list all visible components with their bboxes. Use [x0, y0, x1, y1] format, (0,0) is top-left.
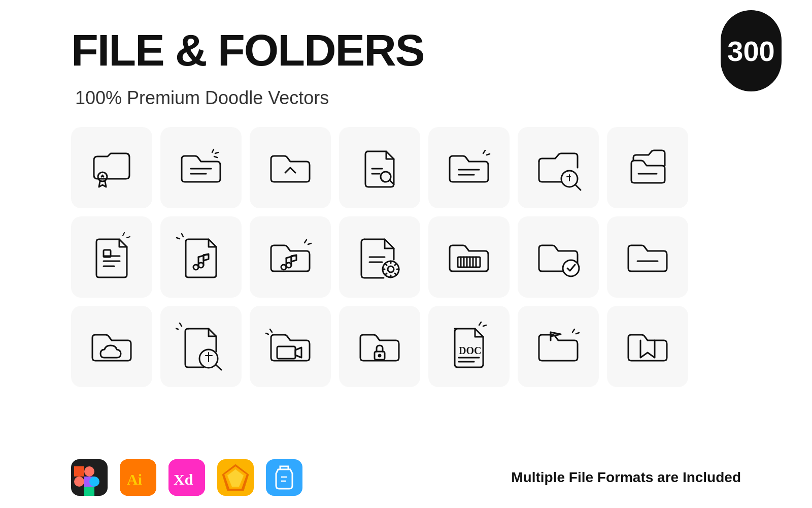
- icon-folder-video: [250, 306, 331, 387]
- icon-file-magnify: [160, 306, 242, 387]
- formats-text: Multiple File Formats are Included: [511, 469, 741, 486]
- icon-folder-cloud: [71, 306, 152, 387]
- icon-file-document: [71, 216, 152, 298]
- page-title: FILE & FOLDERS: [71, 24, 424, 76]
- icon-folder-minus: [607, 216, 688, 298]
- icon-folder-stacked: [607, 127, 688, 208]
- xd-icon: Xd: [168, 459, 205, 496]
- svg-point-4: [193, 265, 198, 270]
- svg-rect-18: [84, 466, 94, 477]
- figma-icon: [71, 459, 108, 496]
- svg-rect-22: [74, 477, 84, 487]
- blender-icon: [266, 459, 302, 496]
- count-badge: 300: [721, 10, 782, 91]
- svg-point-7: [286, 263, 291, 268]
- icon-file-doc: DOC: [428, 306, 510, 387]
- icon-folder-award: [71, 127, 152, 208]
- page-subtitle: 100% Premium Doodle Vectors: [75, 87, 329, 109]
- icon-folder-lock: [339, 306, 420, 387]
- svg-rect-21: [74, 466, 84, 477]
- svg-rect-13: [277, 346, 295, 359]
- bottom-bar: Ai Xd: [71, 457, 741, 498]
- badge-number: 300: [727, 35, 774, 68]
- svg-point-5: [198, 263, 204, 268]
- icon-file-music: [160, 216, 242, 298]
- svg-point-0: [98, 172, 107, 181]
- app-icons-list: Ai Xd: [71, 459, 302, 496]
- icon-folder-magnify: [518, 127, 599, 208]
- icon-file-settings: [339, 216, 420, 298]
- svg-text:Xd: Xd: [174, 471, 193, 488]
- icon-file-search: [339, 127, 420, 208]
- svg-point-6: [281, 265, 286, 270]
- icon-folder-lines-open: [428, 127, 510, 208]
- icon-folder-bookmark: [607, 306, 688, 387]
- illustrator-icon: Ai: [120, 459, 156, 496]
- icon-folder-music: [250, 216, 331, 298]
- svg-point-15: [379, 355, 381, 357]
- icon-folder-open: [250, 127, 331, 208]
- icon-folder-open-flag: [518, 306, 599, 387]
- icon-folder-check: [518, 216, 599, 298]
- icon-folder-film: [428, 216, 510, 298]
- svg-text:DOC: DOC: [459, 345, 481, 356]
- svg-point-9: [388, 266, 394, 272]
- svg-rect-20: [84, 487, 94, 496]
- svg-point-11: [563, 260, 579, 276]
- sketch-icon: [217, 459, 254, 496]
- svg-text:Ai: Ai: [127, 471, 142, 488]
- icons-grid: DOC: [71, 127, 688, 387]
- icon-folder-open-lines: [160, 127, 242, 208]
- svg-point-23: [89, 477, 99, 487]
